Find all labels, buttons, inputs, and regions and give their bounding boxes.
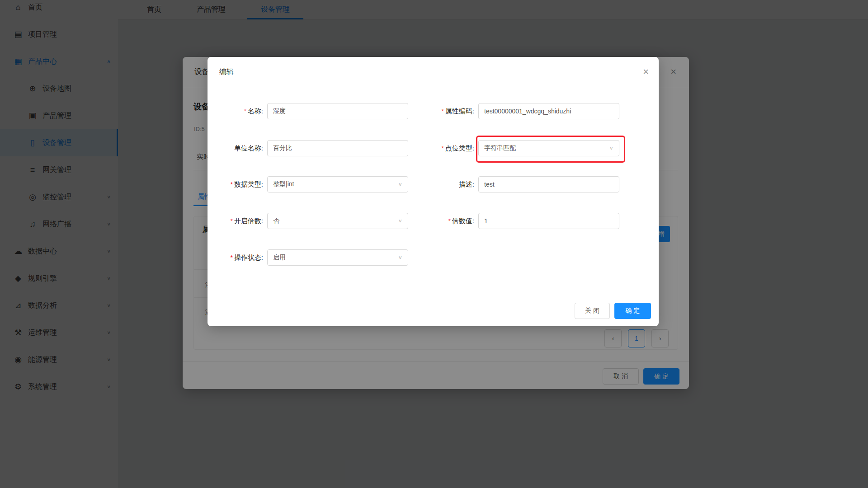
form-field: *数据类型: 整型|int ∨ (208, 176, 408, 192)
form-field: *开启倍数: 否 ∨ (208, 213, 408, 229)
field-label: *属性编码: (419, 107, 478, 116)
form-field: *操作状态: 启用 ∨ (208, 249, 408, 266)
edit-modal-title: 编辑 (219, 67, 234, 77)
field-label: *点位类型: (419, 144, 478, 153)
field-label: *数据类型: (208, 180, 267, 189)
field-input[interactable]: 湿度 ∨ (267, 103, 408, 119)
field-input[interactable]: 字符串匹配 ∨ (478, 140, 619, 156)
required-asterisk: * (448, 217, 450, 225)
field-input[interactable]: test00000001_wdcgq_shiduzhi ∨ (478, 103, 619, 119)
field-value: test (484, 181, 495, 188)
form-field: *属性编码: test00000001_wdcgq_shiduzhi ∨ (419, 103, 619, 119)
form-field: *名称: 湿度 ∨ (208, 103, 408, 119)
field-label: *开启倍数: (208, 217, 267, 225)
field-label: *描述: (419, 180, 478, 189)
required-asterisk: * (230, 217, 232, 225)
form-field: *点位类型: 字符串匹配 ∨ (419, 140, 619, 156)
required-asterisk: * (441, 145, 443, 152)
field-value: 否 (273, 217, 279, 225)
form-field: *描述: test ∨ (419, 176, 619, 192)
field-label: *操作状态: (208, 253, 267, 262)
field-value: 1 (484, 217, 488, 225)
field-value: 启用 (273, 253, 286, 262)
confirm-button[interactable]: 确 定 (614, 303, 651, 319)
form-field: *单位名称: 百分比 ∨ (208, 140, 408, 156)
field-input[interactable]: 百分比 ∨ (267, 140, 408, 156)
field-value: 整型|int (273, 180, 294, 188)
field-label: *名称: (208, 107, 267, 116)
field-value: test00000001_wdcgq_shiduzhi (484, 108, 571, 115)
field-input[interactable]: test ∨ (478, 176, 619, 192)
required-asterisk: * (441, 108, 443, 115)
chevron-down-icon: ∨ (398, 218, 402, 223)
form-field: *倍数值: 1 ∨ (419, 213, 619, 229)
field-value: 字符串匹配 (484, 144, 516, 152)
chevron-down-icon: ∨ (398, 254, 402, 260)
field-value: 百分比 (273, 144, 292, 152)
field-input[interactable]: 启用 ∨ (267, 249, 408, 266)
chevron-down-icon: ∨ (398, 181, 402, 187)
required-asterisk: * (230, 254, 232, 261)
field-input[interactable]: 1 ∨ (478, 213, 619, 229)
field-value: 湿度 (273, 107, 286, 115)
edit-modal: 编辑 × *名称: 湿度 ∨ *属性编码: test00000001_wdcgq… (208, 57, 659, 326)
field-label: *单位名称: (208, 144, 267, 153)
field-label: *倍数值: (419, 217, 478, 225)
required-asterisk: * (244, 108, 246, 115)
field-input[interactable]: 整型|int ∨ (267, 176, 408, 192)
chevron-down-icon: ∨ (609, 145, 613, 150)
required-asterisk: * (230, 181, 232, 188)
field-input[interactable]: 否 ∨ (267, 213, 408, 229)
close-icon[interactable]: × (643, 67, 649, 77)
close-button[interactable]: 关 闭 (575, 303, 610, 319)
